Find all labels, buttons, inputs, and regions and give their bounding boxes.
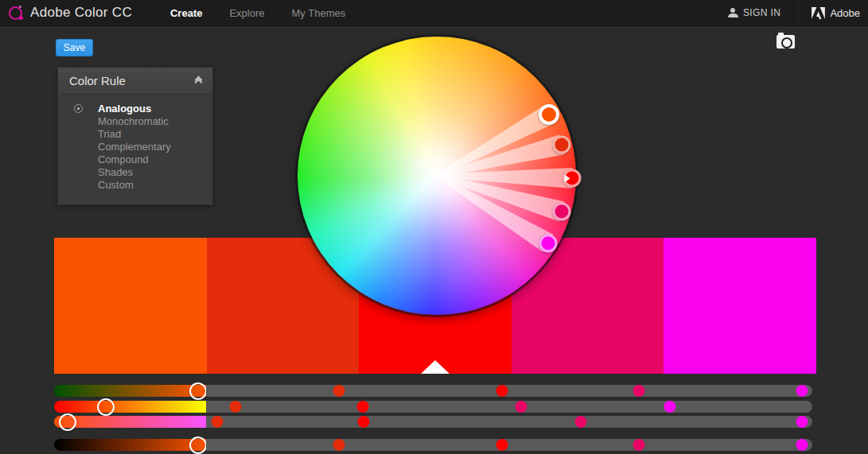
color-rule-header[interactable]: Color Rule [58, 68, 212, 95]
blue-slider-col1[interactable] [54, 416, 206, 428]
base-color-pointer-icon [421, 360, 450, 374]
rule-item-label: Analogous [98, 103, 151, 114]
red-slider-col4[interactable] [509, 385, 661, 397]
brightness-slider-col3[interactable] [357, 439, 509, 451]
camera-icon[interactable] [777, 35, 795, 49]
rule-item-analogous[interactable]: Analogous [58, 103, 212, 115]
rule-item-label: Shades [98, 166, 133, 178]
adobe-logo-icon [812, 7, 825, 19]
wheel-marker-4[interactable] [553, 203, 571, 221]
nav-right: SIGN IN Adobe [728, 0, 868, 26]
slider-handle[interactable] [574, 416, 586, 428]
color-cc-logo-icon [9, 6, 22, 20]
rule-item-compound[interactable]: Compound [58, 153, 212, 166]
slider-handle[interactable] [230, 401, 242, 413]
brightness-slider-col1[interactable] [54, 439, 206, 451]
rule-item-label: Monochromatic [98, 115, 169, 127]
color-rule-title: Color Rule [69, 74, 196, 87]
red-slider-col3[interactable] [357, 385, 509, 397]
wheel-marker-1[interactable] [539, 104, 559, 125]
green-slider-col1[interactable] [54, 401, 206, 413]
slider-handle[interactable] [496, 385, 508, 397]
double-chevron-up-icon[interactable] [196, 77, 201, 85]
sign-in-label: SIGN IN [743, 7, 780, 18]
save-button[interactable]: Save [56, 39, 93, 56]
slider-handle[interactable] [633, 385, 645, 397]
slider-handle[interactable] [97, 398, 115, 416]
slider-handle[interactable] [358, 416, 370, 428]
green-slider-col4[interactable] [509, 401, 661, 413]
rule-item-label: Triad [98, 128, 121, 140]
rule-item-triad[interactable]: Triad [58, 128, 212, 141]
blue-slider-col5[interactable] [660, 416, 812, 428]
adobe-color-app: Adobe Color CC Create Explore My Themes … [0, 0, 868, 454]
brightness-slider-col2[interactable] [206, 439, 358, 451]
slider-handle[interactable] [356, 401, 368, 413]
rule-item-shades[interactable]: Shades [58, 166, 212, 179]
rule-item-label: Complementary [98, 141, 171, 153]
person-icon [728, 8, 738, 17]
slider-handle[interactable] [796, 385, 808, 397]
red-slider-col1[interactable] [54, 385, 206, 397]
nav-tabs: Create Explore My Themes [157, 0, 359, 26]
rule-item-custom[interactable]: Custom [58, 179, 212, 192]
tab-explore[interactable]: Explore [216, 0, 278, 26]
wheel-marker-5[interactable] [539, 235, 558, 253]
red-slider-col2[interactable] [206, 385, 358, 397]
wheel-marker-3-base[interactable] [563, 169, 582, 188]
slider-row-red [54, 385, 812, 397]
color-rule-panel: Color Rule Analogous Monochromatic Triad… [57, 67, 213, 205]
slider-handle[interactable] [664, 401, 676, 413]
slider-handle[interactable] [796, 439, 808, 451]
adobe-label: Adobe [830, 7, 860, 19]
slider-handle[interactable] [496, 439, 508, 451]
slider-row-brightness [54, 439, 812, 451]
slider-row-blue [54, 416, 812, 428]
blue-slider-col3[interactable] [357, 416, 509, 428]
slider-handle[interactable] [633, 439, 645, 451]
rule-item-label: Compound [98, 153, 149, 165]
sign-in-button[interactable]: SIGN IN [728, 7, 780, 18]
swatch-1[interactable] [54, 238, 207, 374]
slider-handle[interactable] [59, 413, 76, 431]
radio-selected-icon [74, 104, 83, 113]
tab-create[interactable]: Create [157, 0, 216, 26]
brightness-slider-col4[interactable] [509, 439, 661, 451]
base-marker-arrow-icon [565, 174, 570, 182]
swatch-5[interactable] [664, 238, 816, 374]
green-slider-col3[interactable] [357, 401, 509, 413]
rule-item-complementary[interactable]: Complementary [58, 141, 212, 153]
brightness-slider-col5[interactable] [660, 439, 812, 451]
green-slider-col5[interactable] [660, 401, 812, 413]
blue-slider-col2[interactable] [206, 416, 358, 428]
slider-handle[interactable] [515, 401, 527, 413]
slider-handle[interactable] [212, 416, 224, 428]
red-slider-col5[interactable] [660, 385, 812, 397]
color-rule-list: Analogous Monochromatic Triad Complement… [58, 95, 212, 192]
slider-handle[interactable] [333, 439, 344, 451]
rule-item-monochromatic[interactable]: Monochromatic [58, 115, 212, 128]
top-nav: Adobe Color CC Create Explore My Themes … [0, 0, 868, 26]
green-slider-col2[interactable] [206, 401, 358, 413]
adobe-link[interactable]: Adobe [798, 0, 860, 26]
brand-name: Adobe Color CC [30, 5, 132, 21]
wheel-marker-2[interactable] [553, 136, 571, 154]
tab-my-themes[interactable]: My Themes [278, 0, 360, 26]
color-wheel[interactable] [298, 37, 576, 315]
blue-slider-col4[interactable] [509, 416, 661, 428]
slider-handle[interactable] [189, 437, 207, 454]
slider-handle[interactable] [796, 416, 808, 428]
slider-row-green [54, 401, 812, 413]
rule-item-label: Custom [98, 179, 134, 191]
slider-handle[interactable] [333, 385, 344, 397]
slider-handle[interactable] [189, 382, 207, 400]
